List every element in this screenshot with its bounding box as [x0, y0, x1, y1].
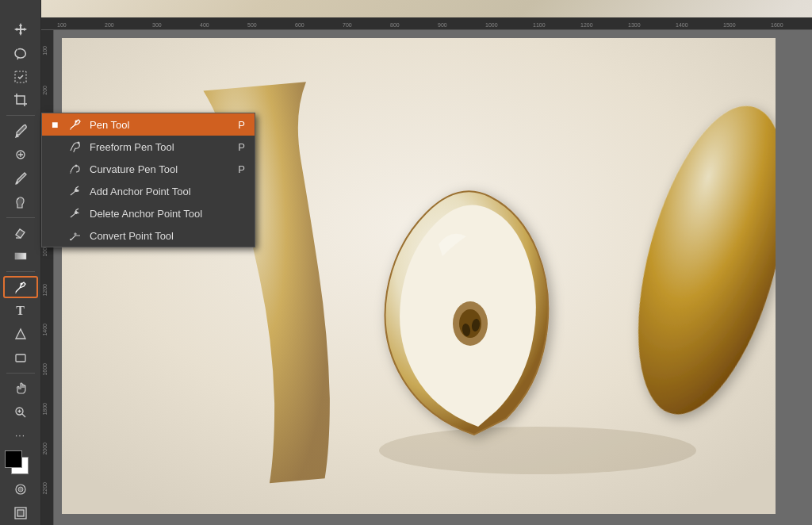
ruler-left: 100 200 400 600 800 1000 1200 1400 1600 … [41, 30, 54, 525]
convert-point-label: Convert Point Tool [90, 230, 174, 242]
healing-brush-icon [13, 148, 28, 162]
freeform-pen-label: Freeform Pen Tool [90, 141, 174, 153]
clone-stamp-tool-button[interactable] [3, 191, 38, 213]
object-select-icon [13, 70, 28, 84]
lasso-tool-icon [13, 46, 28, 60]
add-anchor-menu-icon [67, 183, 83, 199]
freeform-pen-tool-menu-item[interactable]: Freeform Pen Tool P [42, 136, 255, 158]
foreground-color-swatch[interactable] [5, 450, 22, 468]
pen-tool-icon [13, 280, 28, 294]
extra-tools-button[interactable]: ··· [3, 425, 38, 447]
pen-tool-label: Pen Tool [90, 119, 129, 131]
svg-point-18 [78, 142, 80, 144]
hand-tool-button[interactable] [3, 377, 38, 400]
rectangle-tool-icon [13, 351, 28, 365]
color-swatches[interactable] [5, 450, 36, 475]
frame-tool-icon [13, 506, 28, 520]
mask-mode-button[interactable] [3, 478, 38, 500]
add-anchor-bullet [52, 185, 64, 197]
convert-point-menu-item[interactable]: Convert Point Tool [42, 224, 255, 247]
freeform-pen-menu-icon [67, 139, 83, 155]
freeform-pen-shortcut: P [238, 141, 245, 153]
hand-tool-icon [13, 381, 28, 396]
type-tool-button[interactable]: T [3, 300, 38, 322]
healing-brush-tool-button[interactable] [3, 144, 38, 166]
svg-rect-9 [15, 253, 26, 259]
eraser-tool-button[interactable] [3, 221, 38, 243]
move-tool-button[interactable] [3, 18, 38, 40]
gradient-tool-button[interactable] [3, 245, 38, 267]
toolbar-divider-2 [6, 217, 35, 218]
crop-tool-button[interactable] [3, 90, 38, 112]
pen-tool-bullet: ■ [52, 118, 64, 131]
pen-tool-dropdown: ■ Pen Tool P Freeform Pen Tool P [41, 113, 255, 247]
eraser-icon [13, 225, 28, 240]
curvature-pen-tool-menu-item[interactable]: Curvature Pen Tool P [42, 158, 255, 180]
curvature-pen-shortcut: P [238, 163, 245, 175]
eyedropper-icon [13, 124, 28, 138]
rectangle-tool-button[interactable] [3, 347, 38, 369]
svg-rect-16 [17, 510, 24, 516]
path-selection-tool-button[interactable] [3, 323, 38, 345]
freeform-bullet [52, 140, 64, 153]
object-select-tool-button[interactable] [3, 66, 38, 88]
curvature-bullet [52, 163, 64, 175]
delete-anchor-bullet [52, 207, 64, 220]
pen-tool-shortcut: P [238, 119, 245, 131]
extra-tools-label: ··· [15, 430, 25, 441]
add-anchor-point-menu-item[interactable]: Add Anchor Point Tool [42, 180, 255, 202]
toolbar-divider-4 [6, 373, 35, 374]
brush-tool-button[interactable] [3, 167, 38, 190]
toolbar: T ··· [0, 0, 41, 525]
toolbar-divider-3 [6, 271, 35, 272]
pen-tool-menu-icon [67, 117, 83, 132]
pen-tool-button[interactable] [3, 276, 38, 298]
crop-tool-icon [13, 93, 28, 107]
pen-tool-menu-item[interactable]: ■ Pen Tool P [42, 113, 255, 136]
toolbar-divider-1 [6, 115, 35, 116]
type-tool-label: T [16, 304, 25, 318]
svg-point-10 [20, 282, 22, 285]
mask-icon [13, 482, 28, 496]
lasso-tool-button[interactable] [3, 42, 38, 64]
svg-point-17 [75, 121, 78, 123]
add-anchor-label: Add Anchor Point Tool [90, 186, 191, 197]
svg-point-14 [18, 487, 23, 492]
canvas-content [62, 38, 776, 514]
convert-point-menu-icon [67, 228, 83, 243]
delete-anchor-label: Delete Anchor Point Tool [90, 208, 202, 220]
gradient-icon [13, 249, 28, 263]
canvas-area [54, 30, 812, 525]
zoom-tool-icon [13, 405, 28, 420]
zoom-tool-button[interactable] [3, 401, 38, 423]
curvature-pen-menu-icon [67, 161, 83, 177]
svg-point-1 [379, 427, 696, 474]
ruler-top: 100 200 300 400 500 600 700 800 900 1000… [41, 17, 812, 30]
convert-point-bullet [52, 229, 64, 242]
delete-anchor-menu-icon [67, 205, 83, 221]
eyedropper-tool-button[interactable] [3, 120, 38, 142]
path-selection-icon [13, 327, 28, 341]
move-tool-icon [13, 22, 28, 36]
clone-stamp-icon [13, 195, 28, 209]
brush-tool-icon [13, 171, 28, 186]
curvature-pen-label: Curvature Pen Tool [90, 163, 178, 175]
delete-anchor-point-menu-item[interactable]: Delete Anchor Point Tool [42, 202, 255, 224]
svg-point-19 [75, 165, 78, 167]
pear-scene [62, 38, 776, 514]
svg-rect-11 [16, 354, 25, 362]
frame-tool-button[interactable] [3, 502, 38, 524]
